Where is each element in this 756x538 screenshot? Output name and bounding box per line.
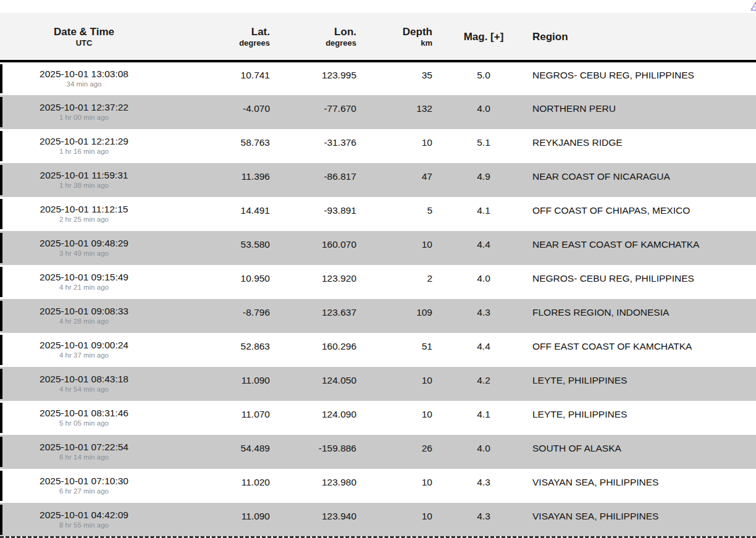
region-cell: SOUTH OF ALASKA — [530, 435, 756, 469]
datetime-cell: 2025-10-01 09:15:49 4 hr 21 min ago — [0, 265, 168, 299]
datetime-cell: 2025-10-01 07:22:54 6 hr 14 min ago — [0, 435, 168, 469]
row-marker-bar — [0, 403, 2, 433]
latitude-cell: 58.763 — [168, 129, 275, 163]
magnitude-cell: 4.1 — [437, 401, 530, 435]
region-cell: NEGROS- CEBU REG, PHILIPPINES — [530, 61, 756, 95]
region-cell: VISAYAN SEA, PHILIPPINES — [530, 503, 756, 537]
row-marker-bar — [0, 369, 2, 399]
datetime-text: 2025-10-01 11:59:31 — [0, 170, 168, 181]
magnitude-cell: 5.1 — [437, 129, 530, 163]
magnitude-cell: 4.4 — [437, 231, 530, 265]
region-cell: NORTHERN PERU — [530, 95, 756, 129]
earthquake-row[interactable]: 2025-10-01 11:12:15 2 hr 25 min ago 14.4… — [0, 197, 756, 231]
datetime-cell: 2025-10-01 11:59:31 1 hr 38 min ago — [0, 163, 168, 197]
longitude-cell: 123.980 — [275, 469, 361, 503]
column-header-longitude: Lon. degrees — [275, 13, 361, 61]
longitude-cell: -77.670 — [275, 95, 361, 129]
top-right-partial-link[interactable]: A — [750, 0, 756, 12]
datetime-text: 2025-10-01 09:08:33 — [0, 306, 168, 317]
row-marker-bar — [0, 505, 2, 535]
datetime-text: 2025-10-01 12:21:29 — [0, 136, 168, 147]
region-cell: VISAYAN SEA, PHILIPPINES — [530, 469, 756, 503]
depth-cell: 26 — [361, 435, 437, 469]
datetime-text: 2025-10-01 07:22:54 — [0, 442, 168, 453]
depth-cell: 2 — [361, 265, 437, 299]
time-ago-text: 4 hr 54 min ago — [0, 385, 168, 394]
column-header-longitude-sub: degrees — [275, 38, 356, 48]
earthquake-row[interactable]: 2025-10-01 04:42:09 8 hr 55 min ago 11.0… — [0, 503, 756, 537]
depth-cell: 10 — [361, 503, 437, 537]
earthquake-row[interactable]: 2025-10-01 09:15:49 4 hr 21 min ago 10.9… — [0, 265, 756, 299]
column-header-datetime-sub: UTC — [0, 38, 168, 48]
depth-cell: 132 — [361, 95, 437, 129]
latitude-cell: 11.070 — [168, 401, 275, 435]
magnitude-cell: 4.3 — [437, 299, 530, 333]
time-ago-text: 6 hr 27 min ago — [0, 487, 168, 496]
depth-cell: 109 — [361, 299, 437, 333]
region-cell: LEYTE, PHILIPPINES — [530, 401, 756, 435]
datetime-cell: 2025-10-01 08:43:18 4 hr 54 min ago — [0, 367, 168, 401]
earthquake-row[interactable]: 2025-10-01 13:03:08 34 min ago 10.741 12… — [0, 61, 756, 95]
region-cell: FLORES REGION, INDONESIA — [530, 299, 756, 333]
depth-cell: 10 — [361, 129, 437, 163]
longitude-cell: 124.090 — [275, 401, 361, 435]
magnitude-expand-control[interactable]: [+] — [490, 31, 503, 43]
magnitude-cell: 4.3 — [437, 469, 530, 503]
magnitude-cell: 4.1 — [437, 197, 530, 231]
datetime-text: 2025-10-01 04:42:09 — [0, 510, 168, 521]
latitude-cell: 10.741 — [168, 61, 275, 95]
region-cell: NEAR EAST COAST OF KAMCHATKA — [530, 231, 756, 265]
earthquake-row[interactable]: 2025-10-01 08:43:18 4 hr 54 min ago 11.0… — [0, 367, 756, 401]
row-marker-bar — [0, 335, 2, 365]
earthquake-row[interactable]: 2025-10-01 11:59:31 1 hr 38 min ago 11.3… — [0, 163, 756, 197]
earthquake-table-body: 2025-10-01 13:03:08 34 min ago 10.741 12… — [0, 61, 756, 537]
earthquake-row[interactable]: 2025-10-01 08:31:46 5 hr 05 min ago 11.0… — [0, 401, 756, 435]
depth-cell: 10 — [361, 401, 437, 435]
datetime-cell: 2025-10-01 12:21:29 1 hr 16 min ago — [0, 129, 168, 163]
latitude-cell: 11.396 — [168, 163, 275, 197]
magnitude-cell: 4.0 — [437, 95, 530, 129]
region-cell: OFF COAST OF CHIAPAS, MEXICO — [530, 197, 756, 231]
time-ago-text: 1 hr 00 min ago — [0, 113, 168, 122]
earthquake-row[interactable]: 2025-10-01 12:21:29 1 hr 16 min ago 58.7… — [0, 129, 756, 163]
column-header-region-label: Region — [532, 30, 756, 43]
time-ago-text: 8 hr 55 min ago — [0, 521, 168, 530]
depth-cell: 5 — [361, 197, 437, 231]
column-header-region: Region — [530, 13, 756, 61]
earthquake-row[interactable]: 2025-10-01 07:22:54 6 hr 14 min ago 54.4… — [0, 435, 756, 469]
earthquake-row[interactable]: 2025-10-01 09:08:33 4 hr 28 min ago -8.7… — [0, 299, 756, 333]
magnitude-cell: 5.0 — [437, 61, 530, 95]
time-ago-text: 5 hr 05 min ago — [0, 419, 168, 428]
earthquake-row[interactable]: 2025-10-01 09:00:24 4 hr 37 min ago 52.8… — [0, 333, 756, 367]
column-header-depth-label: Depth — [361, 25, 432, 38]
earthquake-row[interactable]: 2025-10-01 09:48:29 3 hr 49 min ago 53.5… — [0, 231, 756, 265]
row-marker-bar — [0, 233, 2, 263]
latitude-cell: 11.020 — [168, 469, 275, 503]
datetime-text: 2025-10-01 09:15:49 — [0, 272, 168, 283]
datetime-cell: 2025-10-01 09:08:33 4 hr 28 min ago — [0, 299, 168, 333]
longitude-cell: -86.817 — [275, 163, 361, 197]
depth-cell: 10 — [361, 231, 437, 265]
datetime-text: 2025-10-01 12:37:22 — [0, 102, 168, 113]
column-header-depth-sub: km — [361, 38, 432, 48]
earthquake-list-page: A Date & Time UTC Lat. degrees Lon. degr… — [0, 0, 756, 538]
datetime-cell: 2025-10-01 04:42:09 8 hr 55 min ago — [0, 503, 168, 537]
magnitude-cell: 4.2 — [437, 367, 530, 401]
datetime-text: 2025-10-01 09:48:29 — [0, 238, 168, 249]
earthquake-row[interactable]: 2025-10-01 07:10:30 6 hr 27 min ago 11.0… — [0, 469, 756, 503]
column-header-datetime-label: Date & Time — [0, 25, 168, 38]
column-header-latitude-label: Lat. — [168, 25, 270, 38]
latitude-cell: -8.796 — [168, 299, 275, 333]
datetime-cell: 2025-10-01 13:03:08 34 min ago — [0, 61, 168, 95]
time-ago-text: 1 hr 16 min ago — [0, 147, 168, 156]
longitude-cell: 123.995 — [275, 61, 361, 95]
time-ago-text: 6 hr 14 min ago — [0, 453, 168, 462]
depth-cell: 51 — [361, 333, 437, 367]
earthquake-row[interactable]: 2025-10-01 12:37:22 1 hr 00 min ago -4.0… — [0, 95, 756, 129]
datetime-text: 2025-10-01 11:12:15 — [0, 204, 168, 215]
magnitude-cell: 4.3 — [437, 503, 530, 537]
row-marker-bar — [0, 165, 2, 195]
longitude-cell: -31.376 — [275, 129, 361, 163]
latitude-cell: 11.090 — [168, 503, 275, 537]
column-header-longitude-label: Lon. — [275, 25, 356, 38]
